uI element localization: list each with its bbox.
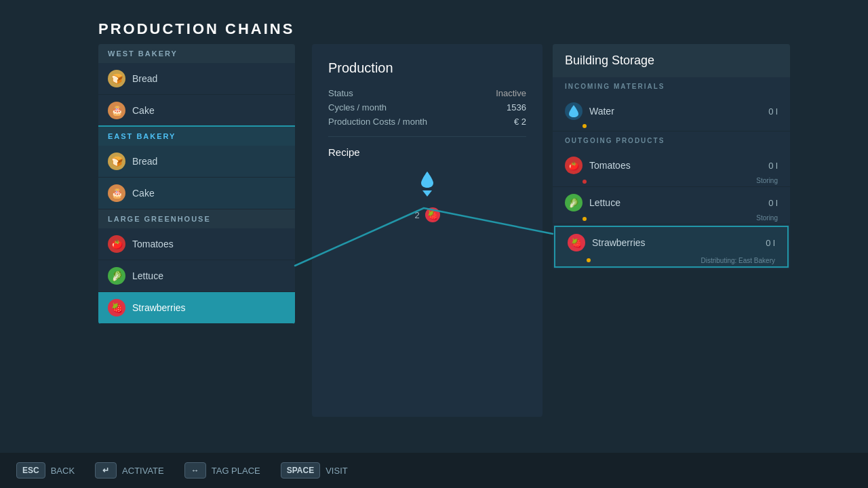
right-panel: Building Storage INCOMING MATERIALS Wate… bbox=[553, 44, 790, 269]
storage-item-lettuce[interactable]: 🥬 Lettuce 0 l Storing bbox=[553, 187, 790, 224]
water-name: Water bbox=[589, 106, 762, 117]
group-header-west-bakery: WEST BAKERY bbox=[98, 44, 295, 63]
lettuce-qty: 0 l bbox=[768, 198, 778, 208]
group-large-greenhouse: LARGE GREENHOUSE 🍅 Tomatoes 🥬 Lettuce 🍓 … bbox=[98, 209, 295, 324]
action-tag-place[interactable]: ↔ TAG PLACE bbox=[184, 462, 260, 479]
water-drop-recipe-icon bbox=[421, 171, 433, 188]
strawberry-icon: 🍓 bbox=[108, 299, 125, 317]
water-drop-icon bbox=[569, 105, 578, 117]
recipe-output-qty: 2 bbox=[414, 210, 419, 220]
group-west-bakery: WEST BAKERY 🍞 Bread 🎂 Cake bbox=[98, 44, 295, 127]
tomatoes-status-dot bbox=[583, 180, 587, 184]
item-lettuce[interactable]: 🥬 Lettuce bbox=[98, 260, 295, 292]
group-header-greenhouse: LARGE GREENHOUSE bbox=[98, 209, 295, 228]
back-label: BACK bbox=[51, 466, 75, 476]
recipe-output-icon: 🍓 bbox=[425, 207, 440, 222]
strawberries-name: Strawberries bbox=[592, 237, 759, 248]
tag-place-label: TAG PLACE bbox=[212, 466, 260, 476]
lettuce-name: Lettuce bbox=[589, 197, 762, 208]
production-title: Production bbox=[328, 60, 526, 76]
costs-row: Production Costs / month € 2 bbox=[328, 117, 526, 127]
action-activate[interactable]: ↵ ACTIVATE bbox=[95, 462, 164, 479]
activate-label: ACTIVATE bbox=[122, 466, 164, 476]
lettuce-status-dot bbox=[583, 217, 587, 221]
status-value: Inactive bbox=[496, 88, 526, 98]
strawberries-status-dot bbox=[587, 258, 591, 262]
status-row: Status Inactive bbox=[328, 88, 526, 98]
bottom-bar: ESC BACK ↵ ACTIVATE ↔ TAG PLACE SPACE VI… bbox=[0, 453, 868, 488]
tomatoes-qty: 0 l bbox=[768, 161, 778, 171]
tomato-icon: 🍅 bbox=[108, 235, 125, 253]
recipe-area: 2 🍓 bbox=[328, 171, 526, 222]
item-tomatoes[interactable]: 🍅 Tomatoes bbox=[98, 228, 295, 260]
item-west-cake[interactable]: 🎂 Cake bbox=[98, 95, 295, 127]
cycles-row: Cycles / month 1536 bbox=[328, 102, 526, 113]
cake-icon: 🎂 bbox=[108, 184, 125, 202]
storage-item-water[interactable]: Water 0 l bbox=[553, 96, 790, 131]
incoming-label: INCOMING MATERIALS bbox=[553, 77, 790, 96]
middle-panel: Production Status Inactive Cycles / mont… bbox=[312, 44, 542, 417]
action-back[interactable]: ESC BACK bbox=[16, 462, 75, 479]
strawberries-sub: Distributing: East Bakery bbox=[701, 257, 776, 264]
cycles-value: 1536 bbox=[507, 102, 526, 113]
enter-key: ↵ bbox=[95, 462, 117, 479]
water-qty: 0 l bbox=[768, 106, 778, 117]
item-strawberries[interactable]: 🍓 Strawberries bbox=[98, 292, 295, 324]
costs-label: Production Costs / month bbox=[328, 117, 427, 127]
water-icon bbox=[565, 102, 583, 120]
tomatoes-sub: Storing bbox=[756, 177, 778, 184]
item-west-bread[interactable]: 🍞 Bread bbox=[98, 63, 295, 95]
page-title: PRODUCTION CHAINS bbox=[98, 20, 294, 38]
status-label: Status bbox=[328, 88, 353, 98]
item-east-cake[interactable]: 🎂 Cake bbox=[98, 178, 295, 209]
recipe-output-row: 2 🍓 bbox=[414, 207, 439, 222]
bread-icon: 🍞 bbox=[108, 70, 125, 87]
space-key: SPACE bbox=[281, 462, 320, 479]
strawberry-icon: 🍓 bbox=[568, 234, 585, 251]
outgoing-label: OUTGOING PRODUCTS bbox=[553, 131, 790, 150]
divider bbox=[328, 136, 526, 137]
item-east-bread[interactable]: 🍞 Bread bbox=[98, 146, 295, 178]
strawberries-qty: 0 l bbox=[766, 238, 775, 248]
storage-item-strawberries[interactable]: 🍓 Strawberries 0 l Distributing: East Ba… bbox=[554, 226, 789, 268]
tomatoes-name: Tomatoes bbox=[589, 160, 762, 171]
recipe-title: Recipe bbox=[328, 146, 526, 158]
arrow-down-icon bbox=[422, 190, 432, 197]
bread-icon: 🍞 bbox=[108, 152, 125, 170]
water-status-dot bbox=[583, 124, 587, 128]
lettuce-icon: 🥬 bbox=[108, 267, 125, 285]
cycles-label: Cycles / month bbox=[328, 102, 387, 113]
left-panel: WEST BAKERY 🍞 Bread 🎂 Cake EAST BAKERY 🍞… bbox=[98, 44, 295, 324]
lettuce-sub: Storing bbox=[756, 214, 778, 222]
cake-icon: 🎂 bbox=[108, 102, 125, 119]
storage-item-tomatoes[interactable]: 🍅 Tomatoes 0 l Storing bbox=[553, 150, 790, 187]
tomato-icon: 🍅 bbox=[565, 157, 583, 174]
lettuce-icon: 🥬 bbox=[565, 194, 583, 211]
lr-key: ↔ bbox=[184, 462, 206, 479]
action-visit[interactable]: SPACE VISIT bbox=[281, 462, 348, 479]
costs-value: € 2 bbox=[514, 117, 526, 127]
group-header-east-bakery: EAST BAKERY bbox=[98, 127, 295, 146]
visit-label: VISIT bbox=[326, 466, 348, 476]
esc-key: ESC bbox=[16, 462, 45, 479]
building-storage-title: Building Storage bbox=[553, 44, 790, 77]
group-east-bakery: EAST BAKERY 🍞 Bread 🎂 Cake bbox=[98, 127, 295, 209]
